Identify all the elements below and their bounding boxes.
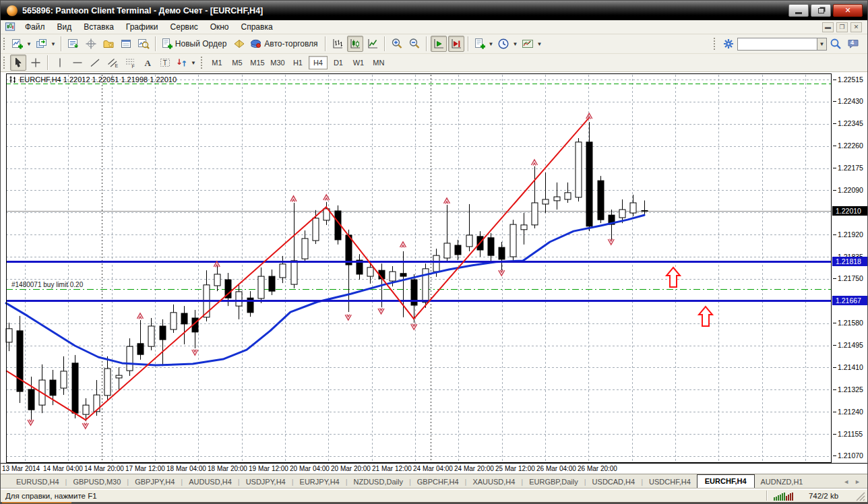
chart-bars-button[interactable] <box>330 36 346 52</box>
arrow-up-object[interactable] <box>666 267 680 287</box>
connection-bars-icon <box>773 491 793 501</box>
timeframe-d1-button[interactable]: D1 <box>329 56 348 69</box>
tabs-scroll-left-icon[interactable]: ◄ <box>843 478 849 485</box>
chart-tab-eurgbp-daily[interactable]: EURGBP,Daily <box>523 476 584 489</box>
channel-button[interactable]: E <box>104 55 121 71</box>
chart-tab-eurchf-h4[interactable]: EURCHF,H4 <box>697 474 755 489</box>
menu-item-вставка[interactable]: Вставка <box>78 21 120 33</box>
toolbar-grip[interactable] <box>200 56 204 69</box>
time-tick-label: 24 Mar 20:00 <box>454 465 494 472</box>
autotrading-button[interactable]: Авто-торговля <box>249 36 321 52</box>
toolbar-separator <box>426 36 427 51</box>
zoom-in-button[interactable] <box>389 36 405 52</box>
chevron-down-icon: ▼ <box>489 41 494 47</box>
candle <box>72 355 78 418</box>
chart-tab-eurusd-h4[interactable]: EURUSD,H4 <box>10 476 65 489</box>
zoom-out-button[interactable] <box>406 36 423 52</box>
label-button[interactable]: T <box>157 55 173 71</box>
terminal-button[interactable] <box>118 36 134 52</box>
navigator-button[interactable] <box>100 36 117 52</box>
settings-button[interactable] <box>720 36 737 52</box>
chart-tab-audnzd-h1[interactable]: AUDNZD,H1 <box>755 476 809 489</box>
chart-tab-usdchf-h4[interactable]: USDCHF,H4 <box>643 476 697 489</box>
metaeditor-button[interactable] <box>231 36 247 52</box>
timeframe-m30-button[interactable]: M30 <box>268 56 287 69</box>
timeframe-w1-button[interactable]: W1 <box>349 56 368 69</box>
trendline-button[interactable] <box>87 55 103 71</box>
chart-shift-button[interactable] <box>448 36 464 52</box>
price-chart[interactable]: #1480071 buy limit 0.20 <box>1 72 832 463</box>
price-marker-box: 1.21667 <box>832 296 868 305</box>
new-order-button[interactable]: Новый Ордер <box>160 36 230 52</box>
search-input[interactable] <box>737 38 817 51</box>
price-tick <box>833 412 836 412</box>
chart-tab-eurjpy-h4[interactable]: EURJPY,H4 <box>294 476 346 489</box>
resize-grip[interactable] <box>854 490 866 502</box>
mdi-close-button[interactable]: ✕ <box>850 22 862 32</box>
buy-limit-order-line[interactable]: #1480071 buy limit 0.20 <box>6 281 832 290</box>
restore-button[interactable] <box>811 4 831 17</box>
symbol-icon <box>9 75 17 84</box>
notifications-button[interactable]: 4 <box>845 36 861 52</box>
vline-button[interactable] <box>52 55 68 71</box>
timeframe-h1-button[interactable]: H1 <box>288 56 307 69</box>
indicators-button[interactable]: ▼ <box>472 36 495 52</box>
chart-candles-button[interactable] <box>347 36 363 52</box>
fibonacci-button[interactable]: F <box>122 55 138 71</box>
text-button[interactable]: A <box>140 55 156 71</box>
time-tick-label: 26 Mar 20:00 <box>578 465 617 472</box>
menu-item-справка[interactable]: Справка <box>235 21 279 33</box>
chart-tab-nzdusd-daily[interactable]: NZDUSD,Daily <box>348 476 409 489</box>
arrow-up-object[interactable] <box>699 307 712 326</box>
crosshair-button[interactable] <box>28 55 44 71</box>
menu-item-вид[interactable]: Вид <box>51 21 78 33</box>
search-go-button[interactable] <box>828 36 844 52</box>
candle <box>291 203 297 288</box>
periods-button[interactable]: ▼ <box>496 36 519 52</box>
chart-tab-gbpchf-h4[interactable]: GBPCHF,H4 <box>411 476 465 489</box>
timeframe-h4-button[interactable]: H4 <box>309 56 328 69</box>
chart-tab-usdjpy-h4[interactable]: USDJPY,H4 <box>240 476 292 489</box>
minimize-button[interactable] <box>788 4 809 17</box>
menu-item-сервис[interactable]: Сервис <box>164 21 204 33</box>
market-watch-button[interactable] <box>65 36 82 52</box>
chart-tab-gbpusd-m30[interactable]: GBPUSD,M30 <box>67 476 127 489</box>
menu-item-файл[interactable]: Файл <box>19 21 51 33</box>
hline-button[interactable] <box>69 55 86 71</box>
search-dropdown-button[interactable]: ▼ <box>817 38 827 51</box>
price-tick-label: 1.21750 <box>838 274 863 282</box>
chart-bars-icon <box>332 38 344 50</box>
toolbar-grip[interactable] <box>713 37 716 51</box>
mdi-minimize-button[interactable]: ▬ <box>822 22 834 32</box>
timeframe-m1-button[interactable]: M1 <box>208 56 226 69</box>
chart-tab-usdcad-h4[interactable]: USDCAD,H4 <box>586 476 642 489</box>
candle <box>576 138 582 201</box>
chart-line-button[interactable] <box>365 36 381 52</box>
price-tick <box>833 123 836 124</box>
tabs-scroll-right-icon[interactable]: ► <box>855 478 861 485</box>
chart-tab-xauusd-h4[interactable]: XAUUSD,H4 <box>466 476 521 489</box>
profiles-button[interactable]: ▼ <box>34 36 57 52</box>
menu-item-окно[interactable]: Окно <box>204 21 235 33</box>
chart-tab-audusd-h4[interactable]: AUDUSD,H4 <box>183 476 238 489</box>
data-window-button[interactable] <box>83 36 99 52</box>
mdi-restore-button[interactable]: ❐ <box>836 22 848 32</box>
timeframe-mn-button[interactable]: MN <box>369 56 388 69</box>
timeframe-m15-button[interactable]: M15 <box>248 56 267 69</box>
toolbar-grip[interactable] <box>3 56 6 69</box>
templates-button[interactable]: ▼ <box>520 36 543 52</box>
zoom-in-icon <box>391 38 403 50</box>
cursor-icon <box>12 57 24 69</box>
new-chart-button[interactable]: ▼ <box>10 36 33 52</box>
menu-item-графики[interactable]: Графики <box>120 21 164 33</box>
strategy-tester-button[interactable] <box>135 36 152 52</box>
price-tick <box>833 101 836 102</box>
chart-tab-gbpjpy-h4[interactable]: GBPJPY,H4 <box>129 476 181 489</box>
time-tick-label: 13 Mar 2014 <box>2 465 40 472</box>
timeframe-m5-button[interactable]: M5 <box>228 56 247 69</box>
auto-scroll-button[interactable] <box>431 36 447 52</box>
close-button[interactable]: ✕ <box>833 4 863 17</box>
shapes-button[interactable]: ▼ <box>175 55 197 71</box>
toolbar-grip[interactable] <box>3 37 6 51</box>
cursor-button[interactable] <box>10 55 26 71</box>
